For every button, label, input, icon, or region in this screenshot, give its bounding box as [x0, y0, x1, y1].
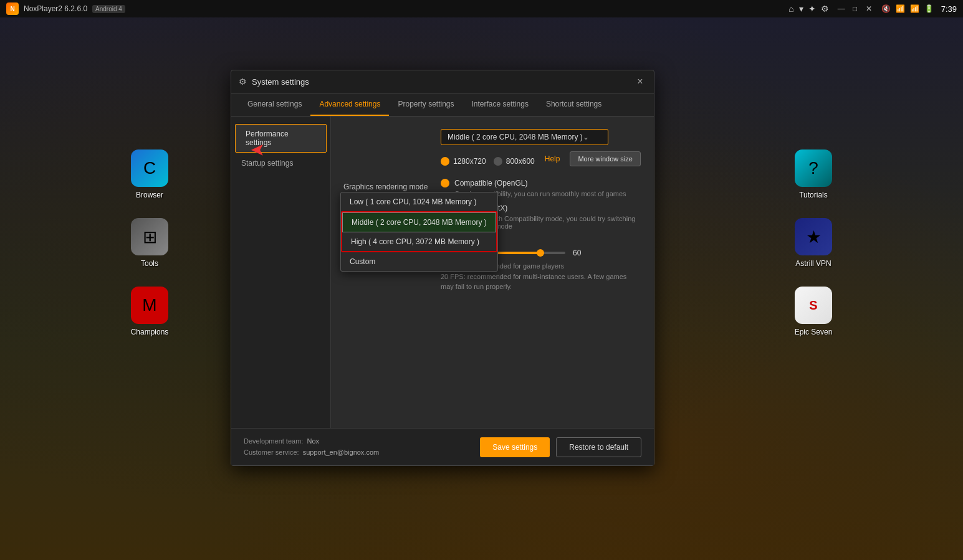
fps-hint-2: 20 FPS: recommended for multi-instance u…	[441, 272, 641, 292]
dropdown-arrow-icon: ⌄	[583, 133, 589, 141]
save-settings-button[interactable]: Save settings	[480, 437, 550, 457]
astrill-icon-desktop[interactable]: ★ Astrill VPN	[788, 218, 838, 268]
wifi-icon: 📶	[896, 4, 905, 13]
radio-1280-dot	[441, 157, 449, 166]
signal-icon: 📶	[910, 4, 919, 13]
radio-opengl-dot	[441, 179, 449, 187]
taskbar-icon-star[interactable]: ✦	[808, 4, 816, 14]
astrill-label: Astrill VPN	[795, 259, 831, 268]
tutorials-icon-img: ?	[795, 149, 832, 187]
arrow-pointer: ➤	[251, 140, 265, 161]
fps-value: 60	[573, 249, 581, 257]
dropdown-option-high[interactable]: High ( 4 core CPU, 3072 MB Memory )	[342, 232, 496, 251]
resolution-label	[343, 151, 431, 155]
champions-icon-desktop[interactable]: M Champions	[125, 287, 175, 336]
render-opengl[interactable]: Compatible (OpenGL)	[441, 179, 641, 187]
performance-dropdown-value: Middle ( 2 core CPU, 2048 MB Memory )	[448, 133, 583, 141]
render-opengl-label: Compatible (OpenGL)	[454, 179, 527, 187]
dialog-body: Performance settings Startup settings Mi…	[231, 116, 654, 428]
epicseven-icon-img: S	[795, 287, 832, 324]
more-window-size-button[interactable]: More window size	[570, 151, 640, 166]
tutorials-label: Tutorials	[799, 191, 828, 199]
dropdown-option-middle[interactable]: Middle ( 2 core CPU, 2048 MB Memory )	[342, 212, 496, 232]
startup-options-row: 1280x720 800x600 Help More window size	[441, 151, 641, 166]
nox-logo-icon: N	[6, 2, 19, 15]
nox-logo: N	[6, 2, 19, 15]
browser-icon-img: C	[131, 149, 168, 187]
epicseven-label: Epic Seven	[795, 328, 833, 336]
top-bar-left: N NoxPlayer2 6.2.6.0 Android 4	[6, 2, 125, 15]
close-window-button[interactable]: ✕	[864, 4, 874, 14]
dialog-title-left: ⚙ System settings	[239, 77, 309, 87]
dialog-content: Middle ( 2 core CPU, 2048 MB Memory ) ⌄ …	[331, 116, 654, 428]
resolution-800-label: 800x600	[506, 157, 535, 166]
dialog-title-text: System settings	[252, 77, 309, 87]
tab-advanced-settings[interactable]: Advanced settings	[310, 93, 389, 116]
browser-icon-desktop[interactable]: C Browser	[125, 149, 175, 199]
top-bar-right: ⌂ ▾ ✦ ⚙ — □ ✕ 🔇 📶 📶 🔋 7:39	[788, 4, 957, 14]
resolution-controls: 1280x720 800x600 Help More window size	[441, 151, 641, 166]
tools-icon-img: ⊞	[131, 218, 168, 255]
dropdown-option-custom[interactable]: Custom	[341, 252, 497, 271]
dialog-close-button[interactable]: ×	[634, 75, 646, 88]
dropdown-option-low[interactable]: Low ( 1 core CPU, 1024 MB Memory )	[341, 192, 497, 211]
resolution-row: 1280x720 800x600 Help More window size	[343, 151, 641, 166]
taskbar-icon-down[interactable]: ▾	[799, 4, 803, 14]
tutorials-icon-desktop[interactable]: ? Tutorials	[788, 149, 838, 199]
performance-dropdown-menu: Low ( 1 core CPU, 1024 MB Memory ) Middl…	[340, 192, 498, 272]
top-bar: N NoxPlayer2 6.2.6.0 Android 4 ⌂ ▾ ✦ ⚙ —…	[0, 0, 963, 17]
taskbar-icon-home[interactable]: ⌂	[788, 4, 793, 14]
dialog-footer: Development team: NoxCustomer service: s…	[231, 428, 654, 465]
battery-icon: 🔋	[924, 4, 934, 13]
dropdown-red-border: Middle ( 2 core CPU, 2048 MB Memory ) Hi…	[341, 211, 497, 252]
browser-label: Browser	[136, 191, 163, 199]
settings-dialog: ⚙ System settings × General settings Adv…	[231, 70, 654, 466]
resolution-1280[interactable]: 1280x720	[441, 157, 486, 166]
desktop-icons-left: C Browser ⊞ Tools M Champions	[125, 149, 175, 336]
restore-default-button[interactable]: Restore to default	[556, 437, 641, 457]
champions-label: Champions	[131, 328, 169, 336]
window-controls: — □ ✕	[836, 4, 874, 14]
app-name: NoxPlayer2 6.2.6.0	[24, 4, 87, 13]
footer-info: Development team: NoxCustomer service: s…	[244, 436, 379, 458]
tab-interface-settings[interactable]: Interface settings	[463, 93, 537, 116]
resolution-800[interactable]: 800x600	[494, 157, 535, 166]
help-link[interactable]: Help	[545, 154, 560, 163]
sidebar-startup-settings[interactable]: Startup settings	[231, 154, 330, 173]
performance-controls: Middle ( 2 core CPU, 2048 MB Memory ) ⌄	[441, 129, 641, 145]
graphics-label: Graphics rendering mode	[343, 179, 431, 191]
footer-buttons: Save settings Restore to default	[480, 437, 641, 457]
maximize-button[interactable]: □	[850, 4, 860, 14]
tools-label: Tools	[141, 259, 158, 268]
status-icons: 🔇 📶 📶 🔋	[881, 4, 934, 13]
startup-settings-label: Startup settings	[241, 159, 293, 168]
performance-label	[343, 129, 431, 133]
tab-shortcut-settings[interactable]: Shortcut settings	[537, 93, 610, 116]
performance-dropdown[interactable]: Middle ( 2 core CPU, 2048 MB Memory ) ⌄	[441, 129, 608, 145]
tools-icon-desktop[interactable]: ⊞ Tools	[125, 218, 175, 268]
minimize-button[interactable]: —	[836, 4, 846, 14]
dialog-tabs: General settings Advanced settings Prope…	[231, 93, 654, 116]
astrill-icon-img: ★	[795, 218, 832, 255]
champions-icon-img: M	[131, 287, 168, 324]
taskbar-icon-gear[interactable]: ⚙	[821, 4, 829, 14]
desktop-icons-right: ? Tutorials ★ Astrill VPN S Epic Seven	[788, 149, 838, 336]
android-badge: Android 4	[92, 5, 125, 13]
dialog-titlebar: ⚙ System settings ×	[231, 70, 654, 93]
epicseven-icon-desktop[interactable]: S Epic Seven	[788, 287, 838, 336]
mute-icon: 🔇	[881, 4, 891, 13]
sidebar-performance-settings[interactable]: Performance settings	[235, 124, 327, 153]
top-bar-icons: ⌂ ▾ ✦ ⚙	[788, 4, 828, 14]
resolution-1280-label: 1280x720	[453, 157, 486, 166]
time-display: 7:39	[941, 4, 957, 14]
tab-general-settings[interactable]: General settings	[239, 93, 310, 116]
dialog-sidebar: Performance settings Startup settings	[231, 116, 331, 428]
settings-gear-icon: ⚙	[239, 77, 247, 87]
fps-slider-thumb[interactable]	[537, 249, 544, 257]
tab-property-settings[interactable]: Property settings	[389, 93, 462, 116]
resolution-options: 1280x720 800x600	[441, 157, 535, 166]
radio-800-dot	[494, 157, 502, 166]
performance-row: Middle ( 2 core CPU, 2048 MB Memory ) ⌄	[343, 129, 641, 145]
